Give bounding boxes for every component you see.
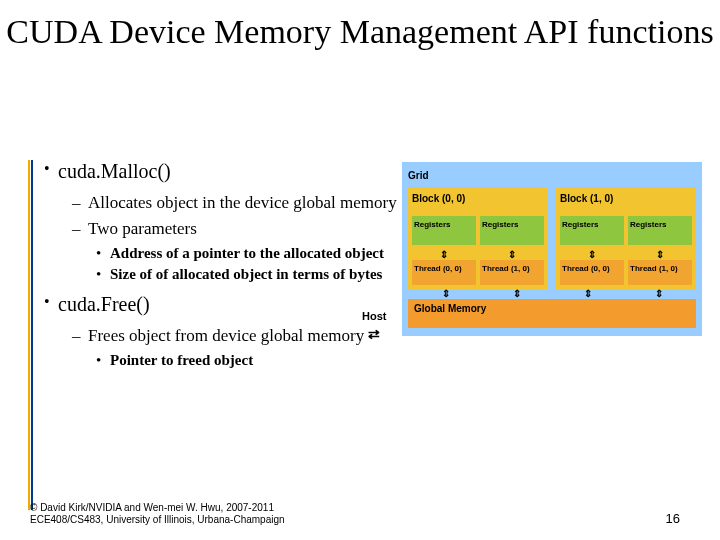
- thread-box: Thread (0, 0): [412, 260, 476, 285]
- sub-text: Frees object from device global memory: [88, 326, 364, 346]
- thread-box: Thread (1, 0): [480, 260, 544, 285]
- sub2-pointer: • Pointer to freed object: [96, 352, 414, 369]
- footer-line: ECE408/CS483, University of Illinois, Ur…: [30, 514, 285, 526]
- block-label: Block (0, 0): [412, 193, 544, 204]
- bullet-dot-icon: •: [96, 352, 110, 369]
- arrow-updown-icon: ⇕: [560, 251, 624, 259]
- sub-text: Allocates object in the device global me…: [88, 193, 397, 213]
- grid-label: Grid: [408, 170, 696, 181]
- dash-icon: –: [72, 326, 88, 346]
- bullet-dot-icon: •: [44, 293, 58, 316]
- block-label: Block (1, 0): [560, 193, 692, 204]
- sub2-size: • Size of of allocated object in terms o…: [96, 266, 414, 283]
- bullet-cudamalloc: • cuda.Malloc(): [44, 160, 414, 183]
- content-body: • cuda.Malloc() – Allocates object in th…: [44, 160, 414, 373]
- sub2-text: Pointer to freed object: [110, 352, 253, 369]
- sub-frees: – Frees object from device global memory: [72, 326, 414, 346]
- blocks-row: Block (0, 0) Registers Registers ⇕⇕ Thre…: [408, 187, 696, 289]
- block-1-0: Block (1, 0) Registers Registers ⇕⇕ Thre…: [556, 187, 696, 289]
- thread-box: Thread (1, 0): [628, 260, 692, 285]
- bullet-dot-icon: •: [96, 266, 110, 283]
- sub2-text: Address of a pointer to the allocated ob…: [110, 245, 384, 262]
- registers-box: Registers: [412, 216, 476, 245]
- sub-allocates: – Allocates object in the device global …: [72, 193, 414, 213]
- sub-text: Two parameters: [88, 219, 197, 239]
- dash-icon: –: [72, 219, 88, 239]
- host-arrow-icon: ⇄: [368, 326, 380, 342]
- block-0-0: Block (0, 0) Registers Registers ⇕⇕ Thre…: [408, 187, 548, 289]
- copyright-footer: © David Kirk/NVIDIA and Wen-mei W. Hwu, …: [30, 502, 285, 526]
- accent-bar: [28, 160, 33, 510]
- dash-icon: –: [72, 193, 88, 213]
- sub2-address: • Address of a pointer to the allocated …: [96, 245, 414, 262]
- bullet-text: cuda.Free(): [58, 293, 150, 316]
- host-label: Host: [362, 310, 386, 322]
- arrow-updown-icon: ⇕: [480, 251, 544, 259]
- sub-two-params: – Two parameters: [72, 219, 414, 239]
- bullet-dot-icon: •: [96, 245, 110, 262]
- bullet-text: cuda.Malloc(): [58, 160, 171, 183]
- arrow-updown-icon: ⇕: [628, 251, 692, 259]
- arrow-updown-icon: ⇕: [483, 290, 550, 298]
- bullet-dot-icon: •: [44, 160, 58, 183]
- thread-box: Thread (0, 0): [560, 260, 624, 285]
- arrow-updown-icon: ⇕: [412, 251, 476, 259]
- global-memory-box: Global Memory: [408, 299, 696, 328]
- registers-box: Registers: [560, 216, 624, 245]
- sub2-text: Size of of allocated object in terms of …: [110, 266, 382, 283]
- registers-box: Registers: [628, 216, 692, 245]
- registers-box: Registers: [480, 216, 544, 245]
- slide-title: CUDA Device Memory Management API functi…: [0, 0, 720, 51]
- arrow-updown-icon: ⇕: [554, 290, 621, 298]
- grid-box: Grid Block (0, 0) Registers Registers ⇕⇕…: [402, 162, 702, 336]
- footer-line: © David Kirk/NVIDIA and Wen-mei W. Hwu, …: [30, 502, 285, 514]
- arrow-updown-icon: ⇕: [412, 290, 479, 298]
- arrow-updown-icon: ⇕: [625, 290, 692, 298]
- bullet-cudafree: • cuda.Free(): [44, 293, 414, 316]
- page-number: 16: [666, 511, 680, 526]
- memory-diagram: Host ⇄ Grid Block (0, 0) Registers Regis…: [402, 162, 702, 336]
- slide: CUDA Device Memory Management API functi…: [0, 0, 720, 540]
